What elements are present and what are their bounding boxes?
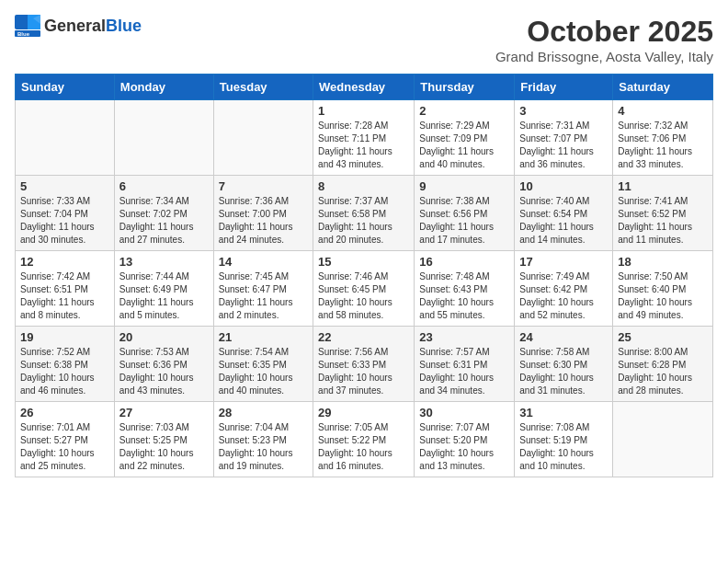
calendar-cell: 27Sunrise: 7:03 AM Sunset: 5:25 PM Dayli… (114, 402, 213, 477)
day-number: 28 (219, 406, 308, 419)
day-info: Sunrise: 7:07 AM Sunset: 5:20 PM Dayligh… (419, 421, 509, 473)
header-day-monday: Monday (114, 75, 213, 100)
header-day-wednesday: Wednesday (313, 75, 415, 100)
calendar-cell: 20Sunrise: 7:53 AM Sunset: 6:36 PM Dayli… (114, 327, 213, 402)
calendar-cell: 6Sunrise: 7:34 AM Sunset: 7:02 PM Daylig… (114, 176, 213, 251)
calendar-cell: 23Sunrise: 7:57 AM Sunset: 6:31 PM Dayli… (415, 327, 515, 402)
calendar-cell: 16Sunrise: 7:48 AM Sunset: 6:43 PM Dayli… (415, 251, 515, 327)
calendar: SundayMondayTuesdayWednesdayThursdayFrid… (15, 74, 713, 477)
header: Blue GeneralBlue October 2025 Grand Bris… (15, 15, 713, 64)
logo-text-blue: Blue (106, 17, 142, 35)
calendar-cell: 14Sunrise: 7:45 AM Sunset: 6:47 PM Dayli… (213, 251, 313, 327)
day-number: 5 (20, 179, 109, 193)
day-info: Sunrise: 7:32 AM Sunset: 7:06 PM Dayligh… (618, 120, 708, 171)
day-info: Sunrise: 7:49 AM Sunset: 6:42 PM Dayligh… (519, 270, 608, 322)
day-number: 18 (618, 255, 708, 269)
day-info: Sunrise: 7:34 AM Sunset: 7:02 PM Dayligh… (119, 195, 209, 247)
calendar-cell: 26Sunrise: 7:01 AM Sunset: 5:27 PM Dayli… (16, 402, 115, 477)
day-number: 1 (318, 104, 409, 118)
day-number: 22 (318, 330, 409, 344)
day-number: 30 (419, 406, 509, 419)
header-day-thursday: Thursday (415, 75, 515, 100)
day-number: 6 (119, 179, 209, 193)
calendar-cell: 29Sunrise: 7:05 AM Sunset: 5:22 PM Dayli… (313, 402, 415, 477)
header-day-tuesday: Tuesday (213, 75, 313, 100)
day-info: Sunrise: 7:42 AM Sunset: 6:51 PM Dayligh… (20, 270, 109, 322)
calendar-cell (613, 402, 713, 477)
calendar-cell (114, 100, 213, 176)
calendar-week-row: 19Sunrise: 7:52 AM Sunset: 6:38 PM Dayli… (16, 327, 713, 402)
calendar-cell: 9Sunrise: 7:38 AM Sunset: 6:56 PM Daylig… (415, 176, 515, 251)
day-info: Sunrise: 7:46 AM Sunset: 6:45 PM Dayligh… (318, 270, 409, 322)
svg-text:Blue: Blue (17, 31, 30, 37)
logo: Blue GeneralBlue (15, 15, 142, 37)
day-info: Sunrise: 7:01 AM Sunset: 5:27 PM Dayligh… (20, 421, 109, 473)
day-info: Sunrise: 7:53 AM Sunset: 6:36 PM Dayligh… (119, 346, 209, 397)
day-info: Sunrise: 7:38 AM Sunset: 6:56 PM Dayligh… (419, 195, 509, 247)
day-info: Sunrise: 7:40 AM Sunset: 6:54 PM Dayligh… (519, 195, 608, 247)
day-info: Sunrise: 7:04 AM Sunset: 5:23 PM Dayligh… (219, 421, 308, 473)
day-number: 12 (20, 255, 109, 269)
day-number: 23 (419, 330, 509, 344)
day-number: 7 (219, 179, 308, 193)
calendar-cell: 11Sunrise: 7:41 AM Sunset: 6:52 PM Dayli… (613, 176, 713, 251)
day-info: Sunrise: 7:56 AM Sunset: 6:33 PM Dayligh… (318, 346, 409, 397)
day-info: Sunrise: 7:29 AM Sunset: 7:09 PM Dayligh… (419, 120, 509, 171)
header-day-saturday: Saturday (613, 75, 713, 100)
day-info: Sunrise: 7:31 AM Sunset: 7:07 PM Dayligh… (519, 120, 608, 171)
title-area: October 2025 Grand Brissogne, Aosta Vall… (495, 15, 713, 64)
calendar-cell: 28Sunrise: 7:04 AM Sunset: 5:23 PM Dayli… (213, 402, 313, 477)
day-info: Sunrise: 7:08 AM Sunset: 5:19 PM Dayligh… (519, 421, 608, 473)
calendar-cell: 1Sunrise: 7:28 AM Sunset: 7:11 PM Daylig… (313, 100, 415, 176)
day-info: Sunrise: 7:48 AM Sunset: 6:43 PM Dayligh… (419, 270, 509, 322)
calendar-week-row: 5Sunrise: 7:33 AM Sunset: 7:04 PM Daylig… (16, 176, 713, 251)
month-title: October 2025 (495, 15, 713, 49)
calendar-week-row: 12Sunrise: 7:42 AM Sunset: 6:51 PM Dayli… (16, 251, 713, 327)
day-number: 15 (318, 255, 409, 269)
day-number: 14 (219, 255, 308, 269)
day-number: 13 (119, 255, 209, 269)
day-info: Sunrise: 7:50 AM Sunset: 6:40 PM Dayligh… (618, 270, 708, 322)
calendar-week-row: 26Sunrise: 7:01 AM Sunset: 5:27 PM Dayli… (16, 402, 713, 477)
day-info: Sunrise: 7:33 AM Sunset: 7:04 PM Dayligh… (20, 195, 109, 247)
day-info: Sunrise: 7:41 AM Sunset: 6:52 PM Dayligh… (618, 195, 708, 247)
calendar-cell: 31Sunrise: 7:08 AM Sunset: 5:19 PM Dayli… (515, 402, 613, 477)
day-number: 3 (519, 104, 608, 118)
day-number: 27 (119, 406, 209, 419)
day-number: 26 (20, 406, 109, 419)
day-info: Sunrise: 8:00 AM Sunset: 6:28 PM Dayligh… (618, 346, 708, 397)
calendar-cell: 3Sunrise: 7:31 AM Sunset: 7:07 PM Daylig… (515, 100, 613, 176)
location-title: Grand Brissogne, Aosta Valley, Italy (495, 49, 713, 64)
day-info: Sunrise: 7:05 AM Sunset: 5:22 PM Dayligh… (318, 421, 409, 473)
calendar-cell (16, 100, 115, 176)
calendar-cell: 15Sunrise: 7:46 AM Sunset: 6:45 PM Dayli… (313, 251, 415, 327)
day-number: 29 (318, 406, 409, 419)
day-info: Sunrise: 7:57 AM Sunset: 6:31 PM Dayligh… (419, 346, 509, 397)
calendar-cell: 25Sunrise: 8:00 AM Sunset: 6:28 PM Dayli… (613, 327, 713, 402)
day-number: 4 (618, 104, 708, 118)
day-number: 21 (219, 330, 308, 344)
calendar-cell: 2Sunrise: 7:29 AM Sunset: 7:09 PM Daylig… (415, 100, 515, 176)
day-info: Sunrise: 7:28 AM Sunset: 7:11 PM Dayligh… (318, 120, 409, 171)
day-number: 19 (20, 330, 109, 344)
calendar-cell: 10Sunrise: 7:40 AM Sunset: 6:54 PM Dayli… (515, 176, 613, 251)
header-day-sunday: Sunday (16, 75, 115, 100)
calendar-cell: 5Sunrise: 7:33 AM Sunset: 7:04 PM Daylig… (16, 176, 115, 251)
day-info: Sunrise: 7:44 AM Sunset: 6:49 PM Dayligh… (119, 270, 209, 322)
calendar-cell: 4Sunrise: 7:32 AM Sunset: 7:06 PM Daylig… (613, 100, 713, 176)
day-number: 31 (519, 406, 608, 419)
calendar-cell: 19Sunrise: 7:52 AM Sunset: 6:38 PM Dayli… (16, 327, 115, 402)
calendar-cell (213, 100, 313, 176)
day-number: 16 (419, 255, 509, 269)
day-info: Sunrise: 7:37 AM Sunset: 6:58 PM Dayligh… (318, 195, 409, 247)
day-number: 11 (618, 179, 708, 193)
calendar-cell: 8Sunrise: 7:37 AM Sunset: 6:58 PM Daylig… (313, 176, 415, 251)
day-info: Sunrise: 7:36 AM Sunset: 7:00 PM Dayligh… (219, 195, 308, 247)
day-number: 8 (318, 179, 409, 193)
logo-icon: Blue (15, 15, 40, 37)
day-number: 20 (119, 330, 209, 344)
header-day-friday: Friday (515, 75, 613, 100)
calendar-cell: 12Sunrise: 7:42 AM Sunset: 6:51 PM Dayli… (16, 251, 115, 327)
calendar-cell: 13Sunrise: 7:44 AM Sunset: 6:49 PM Dayli… (114, 251, 213, 327)
calendar-cell: 18Sunrise: 7:50 AM Sunset: 6:40 PM Dayli… (613, 251, 713, 327)
